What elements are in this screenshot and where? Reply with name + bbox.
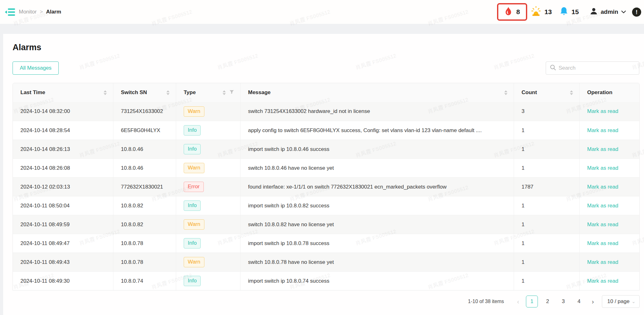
filter-funnel-icon[interactable]: [230, 89, 234, 96]
cell-switch-sn: 10.8.0.74: [113, 272, 176, 290]
next-page-button[interactable]: ›: [589, 298, 597, 305]
warning-stat[interactable]: 13: [531, 0, 552, 24]
type-badge: Warn: [184, 106, 204, 117]
table-row: 2024-10-12 02:03:13 772632X1830021 Error…: [13, 177, 639, 196]
cell-message: import switch ip 10.8.0.46 success: [241, 140, 514, 158]
cell-message: switch 10.8.0.82 have no license yet: [241, 215, 514, 234]
mark-as-read-link[interactable]: Mark as read: [587, 240, 618, 247]
cell-count: 1: [514, 253, 580, 271]
all-messages-button[interactable]: All Messages: [13, 61, 59, 75]
mark-as-read-link[interactable]: Mark as read: [587, 278, 618, 284]
page-size-value: 10 / page: [607, 298, 630, 305]
cell-count: 1787: [514, 178, 580, 196]
table-row: 2024-10-11 08:49:47 10.8.0.78 Info impor…: [13, 234, 639, 253]
notification-stat[interactable]: 15: [560, 0, 579, 24]
sort-control[interactable]: [166, 90, 170, 95]
cell-count: 3: [514, 102, 580, 121]
cell-type: Info: [176, 140, 241, 158]
cell-switch-sn: 10.8.0.82: [113, 215, 176, 234]
type-badge: Info: [184, 276, 201, 286]
cell-last-time: 2024-10-11 08:49:59: [13, 215, 113, 234]
mark-as-read-link[interactable]: Mark as read: [587, 203, 618, 209]
search-input[interactable]: [559, 65, 635, 71]
alarm-lamp-icon: [531, 6, 541, 18]
table-row: 2024-10-11 08:49:59 10.8.0.82 Warn switc…: [13, 215, 639, 234]
cell-switch-sn: 10.8.0.82: [113, 196, 176, 215]
search-icon: [550, 64, 556, 72]
menu-fold-icon[interactable]: [4, 8, 16, 18]
breadcrumb: Monitor > Alarm: [19, 9, 61, 15]
type-badge: Warn: [184, 257, 204, 267]
fire-icon[interactable]: [504, 6, 512, 18]
col-header-message: Message: [241, 83, 514, 102]
page-button-1[interactable]: 1: [526, 296, 538, 307]
warning-count: 13: [544, 8, 552, 16]
critical-count: 8: [516, 8, 520, 16]
table-row: 2024-10-14 08:32:00 731254X1633002 Warn …: [13, 102, 639, 121]
cell-last-time: 2024-10-14 08:32:00: [13, 102, 113, 121]
type-badge: Info: [184, 125, 201, 136]
cell-last-time: 2024-10-12 02:03:13: [13, 178, 113, 196]
cell-count: 1: [514, 140, 580, 158]
chevron-down-icon: ⌄: [631, 299, 636, 304]
type-badge: Warn: [184, 163, 204, 173]
cell-count: 1: [514, 234, 580, 253]
exclamation-circle-icon[interactable]: !: [632, 8, 641, 17]
sort-control[interactable]: [570, 90, 573, 95]
page-size-select[interactable]: 10 / page ⌄: [602, 295, 640, 308]
table-row: 2024-10-11 08:49:43 10.8.0.78 Warn switc…: [13, 253, 639, 271]
cell-message: switch 10.8.0.46 have no license yet: [241, 159, 514, 177]
cell-message: switch 10.8.0.78 have no license yet: [241, 253, 514, 271]
content-card: Alarms All Messages Last Time Switch SN …: [3, 34, 644, 315]
page-button-2[interactable]: 2: [542, 296, 554, 307]
mark-as-read-link[interactable]: Mark as read: [587, 146, 618, 152]
mark-as-read-link[interactable]: Mark as read: [587, 259, 618, 265]
cell-message: import switch ip 10.8.0.78 success: [241, 234, 514, 253]
type-badge: Info: [184, 144, 201, 154]
cell-type: Info: [176, 121, 241, 140]
table-row: 2024-10-14 08:26:08 10.8.0.46 Warn switc…: [13, 158, 639, 177]
col-header-last-time: Last Time: [13, 83, 113, 102]
user-icon: [590, 7, 598, 17]
mark-as-read-link[interactable]: Mark as read: [587, 184, 618, 190]
bell-icon: [560, 7, 568, 18]
cell-last-time: 2024-10-11 08:50:04: [13, 196, 113, 215]
user-menu[interactable]: admin: [590, 0, 626, 24]
prev-page-button[interactable]: ‹: [514, 298, 522, 305]
cell-switch-sn: 10.8.0.46: [113, 159, 176, 177]
sort-control[interactable]: [223, 90, 226, 95]
breadcrumb-separator: >: [40, 9, 43, 15]
cell-operation: Mark as read: [580, 215, 639, 234]
cell-operation: Mark as read: [580, 272, 639, 290]
cell-message: apply config to switch 6E5F8G0H4LYX succ…: [241, 121, 514, 140]
cell-message: found interface: xe-1/1/1 on switch 7726…: [241, 178, 514, 196]
cell-operation: Mark as read: [580, 196, 639, 215]
sort-control[interactable]: [504, 90, 507, 95]
table-row: 2024-10-11 08:49:30 10.8.0.74 Info impor…: [13, 271, 639, 290]
cell-count: 1: [514, 121, 580, 140]
page-button-3[interactable]: 3: [557, 296, 569, 307]
col-header-count: Count: [514, 83, 580, 102]
notification-count: 15: [571, 8, 579, 16]
cell-count: 1: [514, 159, 580, 177]
cell-last-time: 2024-10-11 08:49:30: [13, 272, 113, 290]
pagination: 1-10 of 38 items ‹ 1 2 3 4 › 10 / page ⌄: [13, 295, 640, 308]
breadcrumb-current: Alarm: [46, 9, 61, 15]
cell-type: Warn: [176, 215, 241, 234]
table-row: 2024-10-11 08:50:04 10.8.0.82 Info impor…: [13, 196, 639, 215]
top-bar: Monitor > Alarm 8 13 15: [0, 0, 644, 24]
page-title: Alarms: [13, 43, 41, 52]
mark-as-read-link[interactable]: Mark as read: [587, 127, 618, 134]
mark-as-read-link[interactable]: Mark as read: [587, 165, 618, 171]
mark-as-read-link[interactable]: Mark as read: [587, 222, 618, 228]
table-row: 2024-10-14 08:28:54 6E5F8G0H4LYX Info ap…: [13, 121, 639, 140]
page-button-4[interactable]: 4: [573, 296, 585, 307]
breadcrumb-parent[interactable]: Monitor: [19, 9, 37, 15]
type-badge: Info: [184, 200, 201, 211]
cell-type: Error: [176, 178, 241, 196]
mark-as-read-link[interactable]: Mark as read: [587, 108, 618, 115]
sort-control[interactable]: [104, 90, 107, 95]
type-badge: Info: [184, 238, 201, 248]
username: admin: [601, 8, 618, 15]
cell-type: Warn: [176, 253, 241, 271]
